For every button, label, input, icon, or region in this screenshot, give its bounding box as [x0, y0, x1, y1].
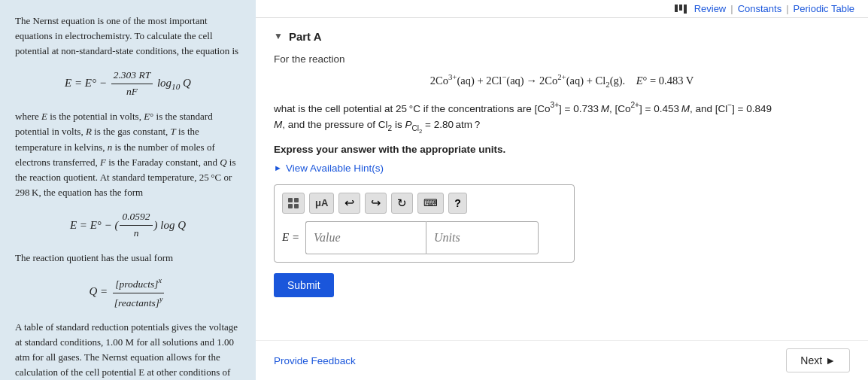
bar-chart-icon [675, 5, 687, 14]
sidebar-conclusion: A table of standard reduction potentials… [15, 320, 241, 380]
next-label: Next [800, 354, 822, 366]
units-input[interactable] [426, 221, 539, 254]
keyboard-button[interactable]: ⌨ [417, 193, 444, 214]
undo-button[interactable]: ↩ [338, 193, 360, 214]
submit-button[interactable]: Submit [274, 273, 334, 297]
hint-link[interactable]: ► View Available Hint(s) [274, 163, 850, 174]
help-button[interactable]: ? [448, 193, 467, 214]
main-panel: Review | Constants | Periodic Table ▼ Pa… [256, 0, 868, 380]
next-arrow-icon: ► [825, 354, 836, 366]
refresh-button[interactable]: ↻ [391, 193, 413, 214]
nernst-equation-full: E = E° − 2.303 RT nF log10 Q [15, 68, 241, 100]
mu-label: μΑ [315, 197, 328, 208]
next-button[interactable]: Next ► [786, 348, 850, 372]
constants-link[interactable]: Constants [738, 3, 782, 14]
input-area: μΑ ↩ ↪ ↻ ⌨ ? E = [274, 184, 575, 263]
value-units-row: E = [282, 221, 566, 254]
feedback-link[interactable]: Provide Feedback [274, 355, 356, 366]
part-title: Part A [289, 30, 322, 43]
hint-label: View Available Hint(s) [286, 163, 384, 174]
sidebar-intro: The Nernst equation is one of the most i… [15, 14, 241, 59]
collapse-arrow[interactable]: ▼ [274, 31, 283, 42]
eq-label: E = [282, 231, 299, 244]
problem-body: what is the cell potential at 25 °C if t… [274, 99, 850, 136]
bottom-row: Provide Feedback Next ► [256, 340, 868, 380]
sep1: | [730, 3, 733, 14]
express-instruction: Express your answer with the appropriate… [274, 144, 850, 155]
hint-arrow-icon: ► [274, 163, 282, 172]
input-toolbar: μΑ ↩ ↪ ↻ ⌨ ? [282, 193, 566, 214]
top-bar: Review | Constants | Periodic Table [256, 0, 868, 18]
value-input[interactable] [305, 221, 426, 254]
nernst-equation-simplified: E = E° − ( 0.0592 n ) log Q [15, 209, 241, 242]
mu-button[interactable]: μΑ [309, 193, 334, 214]
sidebar-quotient-intro: The reaction quotient has the usual form [15, 251, 241, 266]
part-header: ▼ Part A [274, 30, 850, 43]
sep2: | [786, 3, 788, 14]
reaction-quotient-eq: Q = [products]x [reactants]y [15, 275, 241, 311]
periodic-table-link[interactable]: Periodic Table [794, 3, 854, 14]
problem-intro: For the reaction [274, 53, 850, 65]
review-link[interactable]: Review [694, 3, 727, 14]
sidebar: The Nernst equation is one of the most i… [0, 0, 256, 380]
sidebar-description: where E is the potential in volts, E° is… [15, 109, 241, 200]
redo-button[interactable]: ↪ [365, 193, 387, 214]
grid-button[interactable] [282, 193, 305, 214]
content-area: ▼ Part A For the reaction 2Co3+(aq) + 2C… [256, 18, 868, 340]
reaction-equation: 2Co3+(aq) + 2Cl−(aq) → 2Co2+(aq) + Cl2(g… [274, 72, 850, 89]
